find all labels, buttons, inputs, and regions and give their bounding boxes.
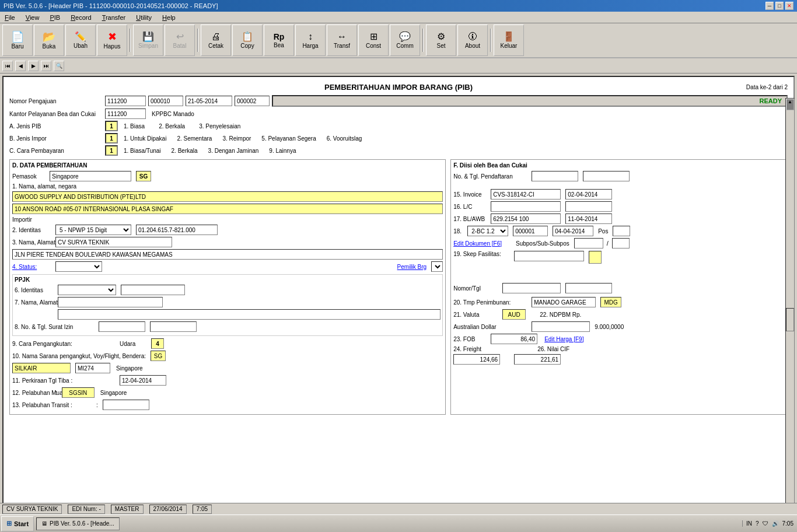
ppjk-alamat-value[interactable] [58,309,441,320]
ppjk-nama-value[interactable] [58,297,163,307]
nomor-pengajuan-1[interactable] [105,96,146,106]
nama-sarana-name[interactable] [12,363,71,373]
nama-sarana-negara: Singapore [116,365,143,372]
jenis-pib-value[interactable]: 1 [105,121,118,131]
nama-alamat-importir-2[interactable] [12,249,443,260]
minimize-button[interactable]: ─ [765,2,774,10]
ndpbm-rp[interactable] [532,321,590,332]
no-tgl-1[interactable] [532,171,578,181]
menu-file[interactable]: File [2,13,18,22]
status-label[interactable]: 4. Status: [12,264,53,270]
ppjk-identitas-value[interactable] [121,285,185,295]
valuta-value[interactable]: AUD [502,309,526,320]
close-button[interactable]: ✕ [785,2,793,10]
subpos-1[interactable] [574,238,603,249]
pemasok-country[interactable] [50,171,131,181]
pemasok-row: Pemasok SG [12,171,443,181]
nav-search[interactable]: 🔍 [54,61,64,71]
toolbar-batal[interactable]: ↩ Batal [165,24,195,56]
lc-date[interactable] [565,201,612,212]
toolbar-bea[interactable]: Rp Bea [264,24,294,56]
invoice-value[interactable] [491,189,561,200]
blawb-row: 17. BL/AWB [453,214,785,224]
perkiraan-tgl-value[interactable] [120,375,166,386]
field18-pos-label: Pos [598,228,608,235]
ppjk-surat-no[interactable] [99,321,145,332]
toolbar-buka[interactable]: 📂 Buka [34,24,64,56]
toolbar-simpan[interactable]: 💾 Simpan [133,24,163,56]
pemilik-brg-label[interactable]: Pemilik Brg [397,264,427,270]
jenis-impor-value[interactable]: 1 [105,133,118,144]
maximize-button[interactable]: □ [775,2,784,10]
nav-first[interactable]: ⏮ [2,61,13,71]
toolbar-transf[interactable]: ↔ Transf [327,24,357,56]
toolbar-baru[interactable]: 📄 Baru [2,24,33,56]
blawb-value[interactable] [491,214,561,224]
freight-value[interactable] [453,354,500,365]
pelabuhan-muat-code[interactable]: SGSIN [62,387,95,398]
toolbar-copy[interactable]: 📋 Copy [232,24,263,56]
field18-date[interactable] [553,226,593,236]
menu-pib[interactable]: PIB [47,13,62,22]
tmp-penimbunan-value[interactable] [532,297,596,307]
toolbar-harga[interactable]: ↕ Harga [295,24,326,56]
menu-view[interactable]: View [23,13,42,22]
nav-prev[interactable]: ◀ [15,61,26,71]
system-help[interactable]: ? [756,520,759,527]
tmp-penimbunan-code[interactable]: MDG [600,297,621,307]
scrollbar[interactable]: ▲ ▼ [785,98,795,532]
status-select[interactable] [55,261,102,272]
toolbar-hapus[interactable]: ✖ Hapus [97,24,127,56]
nomor-pengajuan-4[interactable] [235,96,270,106]
field18-no[interactable] [513,226,548,236]
nilai-cif-value[interactable] [514,354,561,365]
toolbar-about[interactable]: 🛈 About [457,24,488,56]
identitas-value[interactable] [136,225,218,235]
identitas-type[interactable]: 5 - NPWP 15 Digit [55,225,131,235]
nav-next[interactable]: ▶ [28,61,39,71]
menu-help[interactable]: Help [160,13,178,22]
nama-alamat-importir[interactable] [55,237,172,247]
nav-last[interactable]: ⏭ [41,61,51,71]
fob-value[interactable] [491,334,537,344]
subpos-2[interactable] [612,238,630,249]
cara-pengangkutan-code[interactable]: 4 [151,338,164,349]
cara-pembayaran-value[interactable]: 1 [105,145,118,156]
field18-type[interactable]: 2-BC 1.2 [467,226,508,236]
skep-value[interactable] [514,251,584,261]
toolbar-const[interactable]: ⊞ Const [358,24,389,56]
pemasok-code[interactable]: SG [136,171,151,181]
blawb-date[interactable] [565,214,612,224]
toolbar-set[interactable]: ⚙ Set [426,24,456,56]
start-button[interactable]: ⊞ Start [1,516,34,531]
ppjk-surat-date[interactable] [150,321,197,332]
field18-pos-value[interactable] [613,226,630,236]
nomor-tgl-2[interactable] [565,283,612,293]
skep-btn[interactable] [589,251,602,264]
pemilik-brg-select[interactable] [431,261,443,272]
toolbar-comm[interactable]: 💬 Comm [390,24,420,56]
nama-sarana-flight[interactable] [75,363,110,373]
toolbar-keluar[interactable]: 🚪 Keluar [494,24,524,56]
no-tgl-2[interactable] [583,171,630,181]
toolbar-ubah[interactable]: ✏️ Ubah [65,24,96,56]
nomor-tgl-1[interactable] [502,283,561,293]
nomor-pengajuan-2[interactable] [148,96,183,106]
nama-alamat-2[interactable] [12,204,443,214]
pelabuhan-transit-value[interactable] [103,400,149,410]
invoice-date[interactable] [565,189,612,200]
edit-harga-link[interactable]: Edit Harga [F9] [544,336,583,342]
menu-record[interactable]: Record [68,13,93,22]
nomor-pengajuan-3[interactable] [186,96,232,106]
menu-transfer[interactable]: Transfer [100,13,128,22]
menu-utility[interactable]: Utility [134,13,154,22]
taskbar-pib[interactable]: 🖥 PIB Ver. 5.0.6 - [Heade... [36,517,120,530]
volume-icon[interactable]: 🔊 [772,520,779,527]
ppjk-identitas-select[interactable] [58,285,116,295]
kantor-code[interactable] [105,108,146,119]
toolbar-cetak[interactable]: 🖨 Cetak [201,24,231,56]
lc-value[interactable] [491,201,561,212]
nama-alamat-1[interactable] [12,191,443,202]
edit-dokumen-link[interactable]: Edit Dokumen [F6] [453,240,502,247]
nama-sarana-code[interactable]: SG [151,351,166,361]
